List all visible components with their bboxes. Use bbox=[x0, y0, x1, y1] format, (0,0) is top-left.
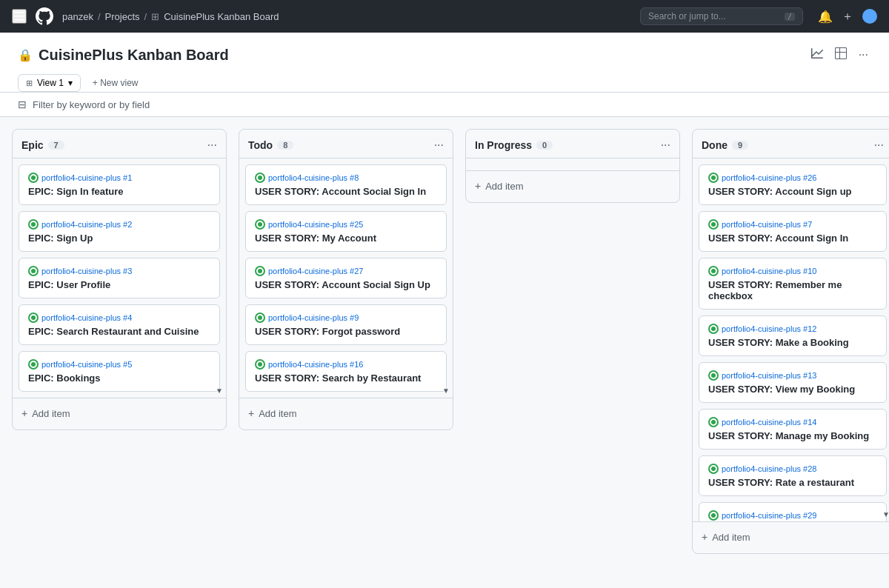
card-meta: portfolio4-cuisine-plus #8 bbox=[255, 173, 437, 183]
card[interactable]: portfolio4-cuisine-plus #25 USER STORY: … bbox=[245, 211, 447, 252]
lock-icon: 🔒 bbox=[18, 48, 33, 62]
column-menu-in-progress[interactable]: ··· bbox=[661, 138, 670, 152]
card[interactable]: portfolio4-cuisine-plus #9 USER STORY: F… bbox=[245, 304, 447, 345]
card-link[interactable]: portfolio4-cuisine-plus #29 bbox=[722, 511, 816, 520]
filter-icon: ⊟ bbox=[18, 98, 27, 110]
topnav-actions: 🔔 ＋ bbox=[818, 9, 877, 24]
card-title: USER STORY: Manage my Booking bbox=[708, 430, 877, 441]
card-link[interactable]: portfolio4-cuisine-plus #4 bbox=[41, 313, 132, 322]
card-link[interactable]: portfolio4-cuisine-plus #26 bbox=[722, 173, 816, 182]
status-icon bbox=[28, 359, 39, 370]
page-header: 🔒 CuisinePlus Kanban Board ··· ⊞ View 1 … bbox=[0, 33, 889, 93]
card-title: USER STORY: Make a Booking bbox=[708, 337, 877, 348]
column-menu-todo[interactable]: ··· bbox=[434, 138, 444, 152]
card[interactable]: portfolio4-cuisine-plus #28 USER STORY: … bbox=[699, 455, 887, 496]
card-title: USER STORY: Account Sign up bbox=[708, 186, 877, 197]
card[interactable]: portfolio4-cuisine-plus #27 USER STORY: … bbox=[245, 258, 447, 298]
card-title: USER STORY: Rate a restaurant bbox=[708, 477, 877, 488]
card[interactable]: portfolio4-cuisine-plus #26 USER STORY: … bbox=[699, 164, 887, 205]
card-link[interactable]: portfolio4-cuisine-plus #12 bbox=[722, 324, 816, 333]
status-icon bbox=[28, 313, 39, 323]
card[interactable]: portfolio4-cuisine-plus #12 USER STORY: … bbox=[699, 315, 887, 356]
add-item-label: Add item bbox=[259, 408, 296, 419]
plus-icon: + bbox=[475, 180, 481, 192]
breadcrumb-board[interactable]: CuisinePlus Kanban Board bbox=[164, 11, 279, 22]
column-cards-epic: portfolio4-cuisine-plus #1 EPIC: Sign In… bbox=[13, 158, 226, 398]
status-icon bbox=[255, 266, 265, 276]
filter-bar: ⊟ Filter by keyword or by field bbox=[0, 93, 889, 117]
avatar[interactable] bbox=[862, 9, 877, 24]
card-meta: portfolio4-cuisine-plus #12 bbox=[708, 324, 877, 334]
card-title: USER STORY: My Account bbox=[255, 233, 437, 244]
chart-view-button[interactable] bbox=[808, 44, 826, 65]
add-item-button-todo[interactable]: + Add item bbox=[248, 404, 444, 422]
card-title: EPIC: Sign Up bbox=[28, 233, 210, 244]
card-link[interactable]: portfolio4-cuisine-plus #7 bbox=[722, 220, 812, 229]
column-footer-done: + Add item bbox=[693, 521, 889, 553]
card[interactable]: portfolio4-cuisine-plus #10 USER STORY: … bbox=[699, 258, 887, 310]
global-search[interactable]: Search or jump to... / bbox=[640, 7, 803, 25]
column-menu-done[interactable]: ··· bbox=[874, 138, 884, 152]
card[interactable]: portfolio4-cuisine-plus #13 USER STORY: … bbox=[699, 362, 887, 403]
card-link[interactable]: portfolio4-cuisine-plus #3 bbox=[41, 267, 132, 275]
card[interactable]: portfolio4-cuisine-plus #8 USER STORY: A… bbox=[245, 164, 447, 205]
table-icon: ⊞ bbox=[26, 78, 33, 88]
card[interactable]: portfolio4-cuisine-plus #16 USER STORY: … bbox=[245, 351, 447, 392]
add-item-button-in-progress[interactable]: + Add item bbox=[475, 177, 670, 195]
card[interactable]: portfolio4-cuisine-plus #1 EPIC: Sign In… bbox=[19, 164, 220, 205]
card-link[interactable]: portfolio4-cuisine-plus #9 bbox=[268, 313, 359, 322]
column-in-progress: In Progress 0 ··· + Add item bbox=[465, 129, 680, 203]
breadcrumb-user[interactable]: panzek bbox=[62, 11, 93, 22]
card-meta: portfolio4-cuisine-plus #7 bbox=[708, 219, 877, 230]
card-title: EPIC: Bookings bbox=[28, 372, 210, 384]
card-link[interactable]: portfolio4-cuisine-plus #2 bbox=[41, 220, 132, 229]
more-options-button[interactable]: ··· bbox=[856, 45, 871, 64]
card[interactable]: portfolio4-cuisine-plus #4 EPIC: Search … bbox=[19, 304, 220, 345]
card-link[interactable]: portfolio4-cuisine-plus #16 bbox=[268, 360, 363, 369]
column-footer-in-progress: + Add item bbox=[466, 170, 679, 202]
column-header-done: Done 9 ··· bbox=[693, 130, 889, 158]
new-view-button[interactable]: + New view bbox=[87, 75, 144, 91]
board-view-button[interactable] bbox=[832, 44, 850, 65]
notifications-icon[interactable]: 🔔 bbox=[818, 10, 833, 24]
column-menu-epic[interactable]: ··· bbox=[207, 138, 217, 152]
add-item-button-epic[interactable]: + Add item bbox=[21, 404, 217, 422]
card-link[interactable]: portfolio4-cuisine-plus #8 bbox=[268, 173, 359, 182]
add-item-label: Add item bbox=[32, 408, 70, 419]
card-link[interactable]: portfolio4-cuisine-plus #5 bbox=[41, 360, 132, 369]
card-link[interactable]: portfolio4-cuisine-plus #13 bbox=[722, 371, 816, 380]
page-title-row: 🔒 CuisinePlus Kanban Board ··· bbox=[18, 44, 871, 74]
card-meta: portfolio4-cuisine-plus #3 bbox=[28, 266, 210, 276]
filter-text[interactable]: Filter by keyword or by field bbox=[33, 99, 150, 110]
column-header-in-progress: In Progress 0 ··· bbox=[466, 130, 679, 158]
card-link[interactable]: portfolio4-cuisine-plus #1 bbox=[41, 173, 132, 182]
card[interactable]: portfolio4-cuisine-plus #3 EPIC: User Pr… bbox=[19, 258, 220, 298]
column-title-epic: Epic 7 bbox=[21, 139, 64, 151]
column-footer-todo: + Add item bbox=[239, 398, 453, 430]
github-logo bbox=[36, 7, 53, 25]
card[interactable]: portfolio4-cuisine-plus #29 USER STORY: … bbox=[699, 502, 887, 521]
card[interactable]: portfolio4-cuisine-plus #2 EPIC: Sign Up bbox=[19, 211, 220, 252]
card-link[interactable]: portfolio4-cuisine-plus #27 bbox=[268, 267, 363, 275]
card-meta: portfolio4-cuisine-plus #1 bbox=[28, 173, 210, 183]
card[interactable]: portfolio4-cuisine-plus #5 EPIC: Booking… bbox=[19, 351, 220, 392]
breadcrumb-projects[interactable]: Projects bbox=[105, 11, 140, 22]
status-icon bbox=[708, 510, 719, 521]
card-meta: portfolio4-cuisine-plus #27 bbox=[255, 266, 437, 276]
card-link[interactable]: portfolio4-cuisine-plus #25 bbox=[268, 220, 363, 229]
view-tab-1[interactable]: ⊞ View 1 ▾ bbox=[18, 74, 81, 92]
card[interactable]: portfolio4-cuisine-plus #14 USER STORY: … bbox=[699, 409, 887, 450]
card-title: USER STORY: Account Social Sign Up bbox=[255, 279, 437, 290]
card-meta: portfolio4-cuisine-plus #4 bbox=[28, 313, 210, 323]
card-link[interactable]: portfolio4-cuisine-plus #28 bbox=[722, 464, 816, 473]
card-link[interactable]: portfolio4-cuisine-plus #10 bbox=[722, 267, 816, 275]
card-link[interactable]: portfolio4-cuisine-plus #14 bbox=[722, 418, 816, 427]
column-done: Done 9 ··· portfolio4-cuisine-plus #26 U… bbox=[692, 129, 889, 554]
card-meta: portfolio4-cuisine-plus #2 bbox=[28, 219, 210, 230]
hamburger-menu[interactable] bbox=[12, 9, 27, 24]
card[interactable]: portfolio4-cuisine-plus #7 USER STORY: A… bbox=[699, 211, 887, 252]
add-item-button-done[interactable]: + Add item bbox=[702, 528, 884, 546]
page-header-actions: ··· bbox=[808, 44, 871, 65]
plus-icon[interactable]: ＋ bbox=[842, 9, 853, 24]
column-epic: Epic 7 ··· portfolio4-cuisine-plus #1 EP… bbox=[12, 129, 227, 430]
